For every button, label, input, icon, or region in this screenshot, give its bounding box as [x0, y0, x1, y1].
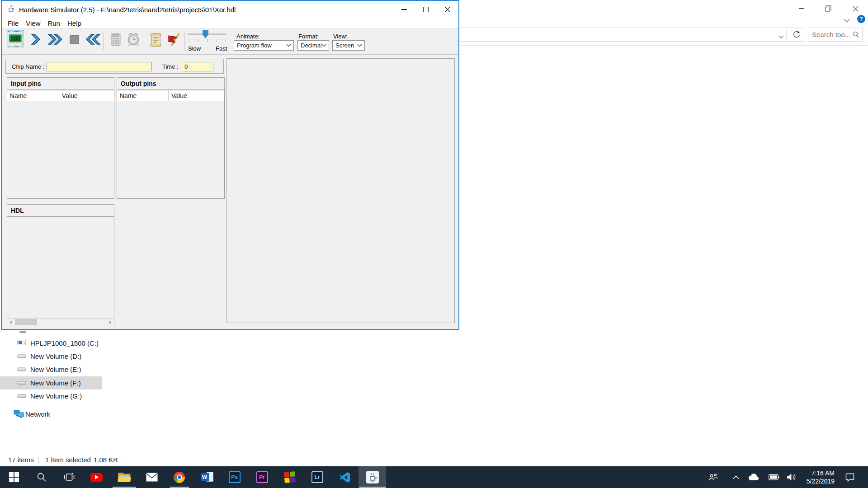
task-view-button[interactable] [55, 466, 83, 488]
scroll-left-arrow-icon[interactable]: ‹ [7, 319, 15, 326]
single-step-button[interactable] [29, 33, 42, 46]
sidebar-item-label: Network [25, 410, 50, 418]
hidden-icons-chevron[interactable] [731, 466, 741, 488]
word-icon: W [201, 471, 213, 483]
menu-help[interactable]: Help [64, 19, 85, 27]
taskbar-file-explorer-button[interactable] [110, 466, 138, 488]
explorer-minimize-button[interactable] [794, 3, 808, 14]
time-field[interactable] [182, 62, 213, 71]
scrollbar-thumb[interactable] [15, 319, 37, 325]
column-header-name[interactable]: Name [117, 90, 169, 101]
volume-icon[interactable] [785, 466, 798, 488]
taskbar-vscode-button[interactable] [331, 466, 359, 488]
premiere-icon: Pr [256, 471, 268, 483]
taskbar-search-button[interactable] [28, 466, 55, 488]
output-pins-header: Name Value [117, 90, 224, 101]
load-script-button[interactable] [148, 32, 163, 47]
restore-icon [825, 5, 831, 12]
window-title: Hardware Simulator (2.5) - F:\nand2tetri… [19, 6, 236, 14]
column-header-value[interactable]: Value [59, 90, 114, 101]
status-selected-size: 1.08 KB [94, 456, 118, 464]
address-dropdown-chevron-icon[interactable] [778, 33, 784, 41]
status-item-count: 17 items [8, 456, 34, 464]
sidebar-item-drive-c[interactable]: HPLJP1000_1500 (C:) [0, 337, 102, 350]
script-scroll-icon [150, 33, 162, 47]
scroll-right-arrow-icon[interactable]: › [106, 319, 114, 326]
output-pins-panel-title: Output pins [117, 77, 225, 90]
menu-file[interactable]: File [4, 19, 22, 27]
taskbar-clock[interactable]: 7:16 AM 5/22/2019 [799, 469, 835, 485]
reset-button[interactable] [85, 33, 101, 46]
sidebar-item-drive-e[interactable]: New Volume (E:) [0, 363, 102, 376]
simulator-maximize-button[interactable] [415, 1, 437, 18]
slider-slow-label: Slow [188, 45, 201, 52]
taskbar-microsoft-app-button[interactable] [276, 466, 303, 488]
taskbar-premiere-button[interactable]: Pr [248, 466, 276, 488]
taskbar-java-simulator-button[interactable] [359, 466, 386, 488]
battery-icon[interactable] [767, 466, 781, 488]
chip-name-field[interactable] [47, 62, 152, 71]
input-pins-panel-title: Input pins [7, 77, 114, 90]
drive-icon [17, 352, 26, 361]
speed-slider-thumb[interactable] [203, 30, 208, 38]
status-selected-count: 1 item selected [45, 456, 91, 464]
onedrive-icon[interactable] [747, 466, 760, 488]
run-button[interactable] [47, 33, 63, 46]
simulator-close-button[interactable] [437, 1, 458, 18]
local-disk-icon [17, 339, 26, 347]
format-selected-value: Decimal [298, 42, 321, 49]
output-pins-table[interactable]: Name Value [117, 90, 225, 199]
taskbar-photoshop-button[interactable]: Ps [221, 466, 248, 488]
sidebar-item-drive-f[interactable]: New Volume (F:) [0, 376, 102, 389]
screen-view-panel [226, 58, 455, 323]
breakpoints-button[interactable] [166, 32, 183, 48]
sidebar-item-drive-g[interactable]: New Volume (G:) [0, 389, 102, 403]
chip-icon [9, 33, 22, 44]
sidebar-item-drive-d[interactable]: New Volume (D:) [0, 350, 102, 363]
view-select[interactable]: Screen [332, 40, 365, 51]
refresh-button[interactable] [792, 30, 801, 41]
explorer-close-button[interactable] [848, 3, 863, 14]
sidebar-item-label: New Volume (D:) [30, 352, 81, 360]
taskbar-word-button[interactable]: W [193, 466, 221, 488]
explorer-restore-button[interactable] [821, 3, 835, 14]
column-header-value[interactable]: Value [169, 90, 224, 101]
menu-view[interactable]: View [22, 19, 44, 27]
menu-run[interactable]: Run [44, 19, 64, 27]
vscode-icon [339, 472, 350, 483]
search-icon[interactable] [853, 31, 859, 38]
column-header-name[interactable]: Name [7, 90, 59, 101]
drive-icon [17, 379, 26, 387]
toolbar-separator [103, 33, 104, 51]
load-chip-button[interactable] [7, 30, 24, 47]
youtube-icon [90, 473, 103, 482]
taskbar-mail-button[interactable] [138, 466, 165, 488]
animate-selected-value: Program flow [234, 42, 286, 49]
format-label: Format: [298, 33, 319, 40]
ribbon-expand-chevron[interactable] [844, 16, 850, 24]
animate-select[interactable]: Program flow [234, 40, 294, 51]
search-input[interactable]: Search too... [808, 28, 863, 42]
people-icon[interactable] [708, 466, 719, 488]
start-button[interactable] [0, 466, 28, 488]
close-icon [853, 6, 859, 12]
hdl-horizontal-scrollbar[interactable]: ‹ › [7, 318, 114, 326]
toolbar-separator [143, 33, 143, 51]
help-button[interactable]: ? [857, 15, 865, 23]
simulator-minimize-button[interactable] [393, 1, 415, 18]
close-icon [444, 6, 451, 13]
status-divider [38, 456, 39, 464]
taskbar-youtube-button[interactable] [83, 466, 110, 488]
simulator-title-bar[interactable]: Hardware Simulator (2.5) - F:\nand2tetri… [2, 1, 458, 18]
action-center-icon[interactable] [843, 466, 857, 488]
sidebar-item-network[interactable]: Network [0, 408, 102, 421]
format-select[interactable]: Decimal [297, 40, 329, 51]
time-label: Time : [162, 63, 179, 70]
taskbar-chrome-button[interactable] [165, 466, 193, 488]
view-label: View: [333, 33, 348, 40]
taskbar-lightroom-button[interactable]: Lr [303, 466, 331, 488]
stop-button[interactable] [68, 33, 80, 46]
hdl-view[interactable]: ‹ › [7, 216, 114, 326]
search-icon [37, 472, 47, 482]
input-pins-table[interactable]: Name Value [7, 90, 114, 199]
